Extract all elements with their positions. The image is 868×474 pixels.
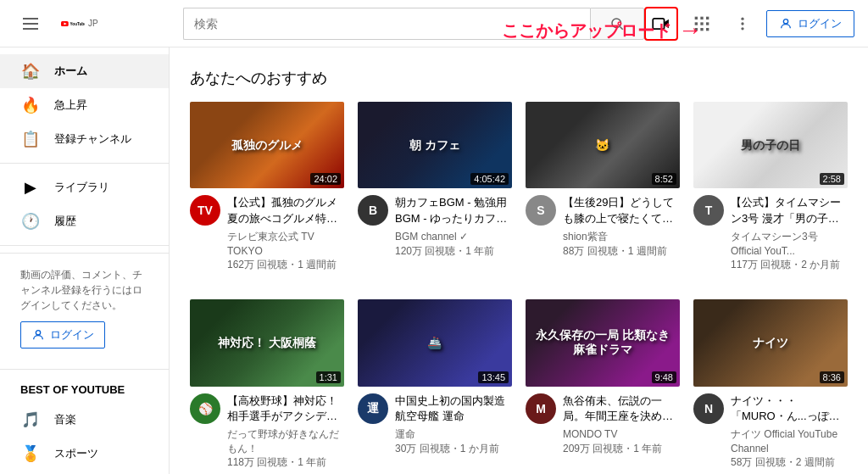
svg-rect-14 (706, 28, 709, 31)
login-prompt: 動画の評価、コメント、チャンネル登録を行うにはログインしてください。 ログイン (0, 253, 169, 362)
video-details: 中国史上初の国内製造航空母艦 運命 運命 30万 回視聴・1 か月前 (395, 393, 512, 456)
svg-rect-5 (653, 18, 664, 28)
video-title: 朝カフェBGM - 勉強用BGM - ゆったりカフェBGM - のんびり... (395, 195, 512, 226)
video-channel: テレビ東京公式 TV TOKYO (227, 230, 344, 259)
svg-point-19 (36, 331, 40, 335)
video-stats: 120万 回視聴・1 年前 (395, 244, 512, 259)
svg-rect-6 (695, 16, 698, 19)
thumbnail-text: 朝 カフェ (365, 138, 504, 153)
video-stats: 58万 回視聴・2 週間前 (731, 455, 848, 470)
thumbnail-wrapper: 🐱 8:52 (526, 102, 680, 188)
channel-avatar: S (526, 195, 556, 226)
thumbnail-wrapper: 神対応！ 大阪桐蔭 1:31 (190, 299, 344, 386)
video-info: B 朝カフェBGM - 勉強用BGM - ゆったりカフェBGM - のんびり..… (358, 195, 512, 258)
sidebar-item-gaming[interactable]: 🎮 ゲーム (0, 471, 169, 474)
login-button-label: ログイン (798, 16, 842, 31)
svg-rect-11 (706, 22, 709, 25)
video-stats: 162万 回視聴・1 週間前 (227, 258, 344, 272)
video-channel: タイムマシーン3号 Official YouT... (731, 230, 848, 259)
duration-badge: 8:36 (820, 371, 844, 383)
video-channel: 運命 (395, 427, 512, 442)
svg-point-15 (741, 17, 743, 20)
login-button-sidebar[interactable]: ログイン (20, 321, 105, 349)
thumbnail-wrapper: 孤独のグルメ 24:02 (190, 102, 344, 188)
video-card[interactable]: ナイツ 8:36 N ナイツ・・・「MURO・ん...っぽい」／「ナイツ独演会「… (693, 299, 848, 470)
more-options-button[interactable] (726, 7, 760, 41)
sidebar-item-home-label: ホーム (54, 64, 87, 79)
video-card[interactable]: 🐱 8:52 S 【生後29日】どうしても膝の上で寝たくて何度も戻ってくる...… (526, 102, 680, 272)
video-stats: 118万 回視聴・1 年前 (227, 455, 344, 470)
video-card[interactable]: 朝 カフェ 4:05:42 B 朝カフェBGM - 勉強用BGM - ゆったりカ… (358, 102, 512, 272)
logo-jp-text: JP (88, 19, 98, 28)
channel-avatar: M (526, 393, 556, 424)
svg-text:YouTube: YouTube (70, 21, 85, 25)
sidebar-item-home[interactable]: 🏠 ホーム (0, 54, 169, 88)
thumbnail-wrapper: ナイツ 8:36 (693, 299, 848, 386)
history-icon: 🕐 (20, 212, 41, 231)
video-channel: ナイツ Official YouTube Channel (731, 427, 848, 456)
duration-badge: 8:52 (652, 173, 676, 185)
sidebar-item-sports-label: スポーツ (54, 446, 98, 461)
logo[interactable]: YouTube JP (61, 15, 98, 32)
video-title: 【生後29日】どうしても膝の上で寝たくて何度も戻ってくる... (563, 195, 680, 226)
hamburger-icon (16, 11, 45, 36)
thumbnail-wrapper: 🚢 13:45 (358, 299, 512, 386)
video-info: S 【生後29日】どうしても膝の上で寝たくて何度も戻ってくる... shion紫… (526, 195, 680, 258)
duration-badge: 2:58 (820, 173, 844, 185)
account-circle-icon (31, 328, 45, 342)
duration-badge: 1:31 (316, 371, 341, 383)
sidebar-item-library[interactable]: ▶ ライブラリ (0, 170, 169, 204)
search-button[interactable] (590, 8, 644, 40)
login-button-header[interactable]: ログイン (766, 10, 854, 37)
svg-rect-10 (700, 22, 703, 25)
video-card[interactable]: 孤独のグルメ 24:02 TV 【公式】孤独のグルメ 夏の旅べコグルメ特集 江東… (190, 102, 344, 272)
search-input[interactable] (183, 8, 590, 40)
thumbnail-text: 孤独のグルメ (198, 138, 337, 153)
video-channel: shion紫音 (563, 230, 680, 244)
sidebar-item-trending[interactable]: 🔥 急上昇 (0, 88, 169, 122)
apps-button[interactable] (685, 7, 719, 41)
grid-icon (693, 15, 710, 32)
sidebar-item-subscriptions-label: 登録チャンネル (54, 131, 131, 147)
header-left: YouTube JP (14, 7, 183, 41)
svg-rect-7 (700, 16, 703, 19)
thumbnail-text: 永久保存の一局 比類なき麻雀ドラマ (533, 329, 672, 358)
video-details: 【公式】タイムマシーン3号 漫才「男の子の日」 タイムマシーン3号 Offici… (731, 195, 848, 272)
sidebar-item-history-label: 履歴 (54, 214, 76, 229)
sidebar-divider-3 (0, 369, 169, 370)
video-channel: BGM channel ✓ (395, 230, 512, 244)
sidebar-item-subscriptions[interactable]: 📋 登録チャンネル (0, 122, 169, 156)
thumbnail-wrapper: 男の子の日 2:58 (693, 102, 848, 188)
hamburger-menu-button[interactable] (14, 7, 47, 41)
duration-badge: 4:05:42 (470, 173, 509, 185)
search-form (183, 8, 644, 40)
duration-badge: 24:02 (310, 173, 341, 185)
subscriptions-icon: 📋 (20, 130, 41, 148)
sidebar-item-music-label: 音楽 (54, 412, 76, 427)
app-body: 🏠 ホーム 🔥 急上昇 📋 登録チャンネル ▶ ライブラリ 🕐 履歴 動画の評価… (0, 47, 868, 474)
channel-avatar: 運 (358, 393, 388, 424)
video-info: T 【公式】タイムマシーン3号 漫才「男の子の日」 タイムマシーン3号 Offi… (693, 195, 848, 272)
home-icon: 🏠 (20, 62, 41, 81)
header-right: ログイン (644, 7, 854, 41)
video-grid-row2: 神対応！ 大阪桐蔭 1:31 ⚾ 【高校野球】神対応！相手選手がアクシデント！大… (190, 299, 848, 470)
video-card[interactable]: 男の子の日 2:58 T 【公式】タイムマシーン3号 漫才「男の子の日」 タイム… (693, 102, 848, 272)
sidebar-item-history[interactable]: 🕐 履歴 (0, 204, 169, 238)
video-card[interactable]: 🚢 13:45 運 中国史上初の国内製造航空母艦 運命 運命 30万 回視聴・1… (358, 299, 512, 470)
video-card[interactable]: 神対応！ 大阪桐蔭 1:31 ⚾ 【高校野球】神対応！相手選手がアクシデント！大… (190, 299, 344, 470)
video-stats: 30万 回視聴・1 か月前 (395, 442, 512, 456)
video-details: ナイツ・・・「MURO・ん...っぽい」／「ナイツ独演会「味の... ナイツ O… (731, 393, 848, 471)
trending-icon: 🔥 (20, 96, 41, 114)
svg-point-16 (741, 22, 743, 25)
thumbnail-text: ナイツ (701, 336, 840, 350)
video-details: 【生後29日】どうしても膝の上で寝たくて何度も戻ってくる... shion紫音 … (563, 195, 680, 258)
sports-icon: 🏅 (20, 444, 41, 463)
login-prompt-btn-label: ログイン (50, 327, 94, 343)
sidebar-item-music[interactable]: 🎵 音楽 (0, 403, 169, 437)
upload-button[interactable] (644, 7, 678, 41)
channel-avatar: B (358, 195, 388, 226)
sidebar-item-sports[interactable]: 🏅 スポーツ (0, 437, 169, 471)
channel-avatar: T (693, 195, 724, 226)
video-title: 中国史上初の国内製造航空母艦 運命 (395, 393, 512, 424)
video-card[interactable]: 永久保存の一局 比類なき麻雀ドラマ 9:48 M 魚谷侑未、伝説の一局。年間王座… (526, 299, 680, 470)
